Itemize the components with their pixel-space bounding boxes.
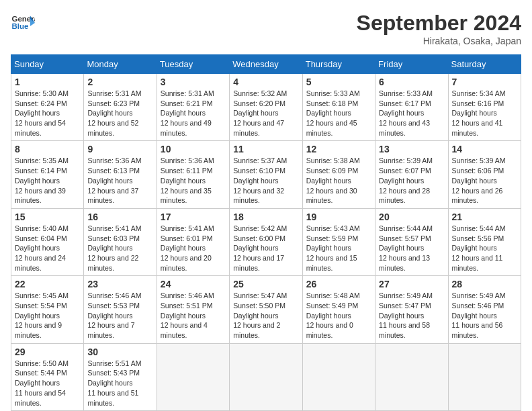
table-row: 16 Sunrise: 5:41 AMSunset: 6:03 PMDaylig… <box>84 208 157 275</box>
table-row: 6 Sunrise: 5:33 AMSunset: 6:17 PMDayligh… <box>375 74 448 141</box>
empty-cell <box>448 343 521 410</box>
calendar-week-3: 15 Sunrise: 5:40 AMSunset: 6:04 PMDaylig… <box>11 208 521 275</box>
table-row: 5 Sunrise: 5:33 AMSunset: 6:18 PMDayligh… <box>302 74 375 141</box>
table-row: 25 Sunrise: 5:47 AMSunset: 5:50 PMDaylig… <box>230 276 302 343</box>
calendar-week-5: 29 Sunrise: 5:50 AMSunset: 5:44 PMDaylig… <box>11 343 521 410</box>
table-row: 30 Sunrise: 5:51 AMSunset: 5:43 PMDaylig… <box>84 343 157 410</box>
title-area: September 2024 Hirakata, Osaka, Japan <box>357 11 521 46</box>
calendar-week-4: 22 Sunrise: 5:45 AMSunset: 5:54 PMDaylig… <box>11 276 521 343</box>
table-row: 14 Sunrise: 5:39 AMSunset: 6:06 PMDaylig… <box>448 141 521 208</box>
table-row: 3 Sunrise: 5:31 AMSunset: 6:21 PMDayligh… <box>157 74 229 141</box>
empty-cell <box>302 343 375 410</box>
header-friday: Friday <box>375 55 448 74</box>
table-row: 13 Sunrise: 5:39 AMSunset: 6:07 PMDaylig… <box>375 141 448 208</box>
header-sunday: Sunday <box>11 55 84 74</box>
logo: General Blue <box>11 11 35 35</box>
table-row: 17 Sunrise: 5:41 AMSunset: 6:01 PMDaylig… <box>157 208 229 275</box>
table-row: 18 Sunrise: 5:42 AMSunset: 6:00 PMDaylig… <box>230 208 302 275</box>
table-row: 10 Sunrise: 5:36 AMSunset: 6:11 PMDaylig… <box>157 141 229 208</box>
calendar-table: Sunday Monday Tuesday Wednesday Thursday… <box>11 54 521 411</box>
table-row: 15 Sunrise: 5:40 AMSunset: 6:04 PMDaylig… <box>11 208 84 275</box>
empty-cell <box>230 343 302 410</box>
location: Hirakata, Osaka, Japan <box>357 36 521 46</box>
table-row: 28 Sunrise: 5:49 AMSunset: 5:46 PMDaylig… <box>448 276 521 343</box>
table-row: 8 Sunrise: 5:35 AMSunset: 6:14 PMDayligh… <box>11 141 84 208</box>
header-wednesday: Wednesday <box>230 55 302 74</box>
table-row: 12 Sunrise: 5:38 AMSunset: 6:09 PMDaylig… <box>302 141 375 208</box>
table-row: 23 Sunrise: 5:46 AMSunset: 5:53 PMDaylig… <box>84 276 157 343</box>
header-monday: Monday <box>84 55 157 74</box>
table-row: 26 Sunrise: 5:48 AMSunset: 5:49 PMDaylig… <box>302 276 375 343</box>
page-header: General Blue September 2024 Hirakata, Os… <box>11 11 521 46</box>
calendar-header-row: Sunday Monday Tuesday Wednesday Thursday… <box>11 55 521 74</box>
logo-icon: General Blue <box>11 11 35 35</box>
calendar-week-2: 8 Sunrise: 5:35 AMSunset: 6:14 PMDayligh… <box>11 141 521 208</box>
svg-text:Blue: Blue <box>11 22 29 30</box>
table-row: 22 Sunrise: 5:45 AMSunset: 5:54 PMDaylig… <box>11 276 84 343</box>
table-row: 4 Sunrise: 5:32 AMSunset: 6:20 PMDayligh… <box>230 74 302 141</box>
header-thursday: Thursday <box>302 55 375 74</box>
table-row: 9 Sunrise: 5:36 AMSunset: 6:13 PMDayligh… <box>84 141 157 208</box>
empty-cell <box>157 343 229 410</box>
table-row: 21 Sunrise: 5:44 AMSunset: 5:56 PMDaylig… <box>448 208 521 275</box>
table-row: 19 Sunrise: 5:43 AMSunset: 5:59 PMDaylig… <box>302 208 375 275</box>
table-row: 24 Sunrise: 5:46 AMSunset: 5:51 PMDaylig… <box>157 276 229 343</box>
empty-cell <box>375 343 448 410</box>
header-tuesday: Tuesday <box>157 55 229 74</box>
table-row: 11 Sunrise: 5:37 AMSunset: 6:10 PMDaylig… <box>230 141 302 208</box>
table-row: 27 Sunrise: 5:49 AMSunset: 5:47 PMDaylig… <box>375 276 448 343</box>
header-saturday: Saturday <box>448 55 521 74</box>
table-row: 29 Sunrise: 5:50 AMSunset: 5:44 PMDaylig… <box>11 343 84 410</box>
table-row: 20 Sunrise: 5:44 AMSunset: 5:57 PMDaylig… <box>375 208 448 275</box>
table-row: 7 Sunrise: 5:34 AMSunset: 6:16 PMDayligh… <box>448 74 521 141</box>
calendar-week-1: 1 Sunrise: 5:30 AMSunset: 6:24 PMDayligh… <box>11 74 521 141</box>
table-row: 2 Sunrise: 5:31 AMSunset: 6:23 PMDayligh… <box>84 74 157 141</box>
table-row: 1 Sunrise: 5:30 AMSunset: 6:24 PMDayligh… <box>11 74 84 141</box>
month-title: September 2024 <box>357 11 521 36</box>
